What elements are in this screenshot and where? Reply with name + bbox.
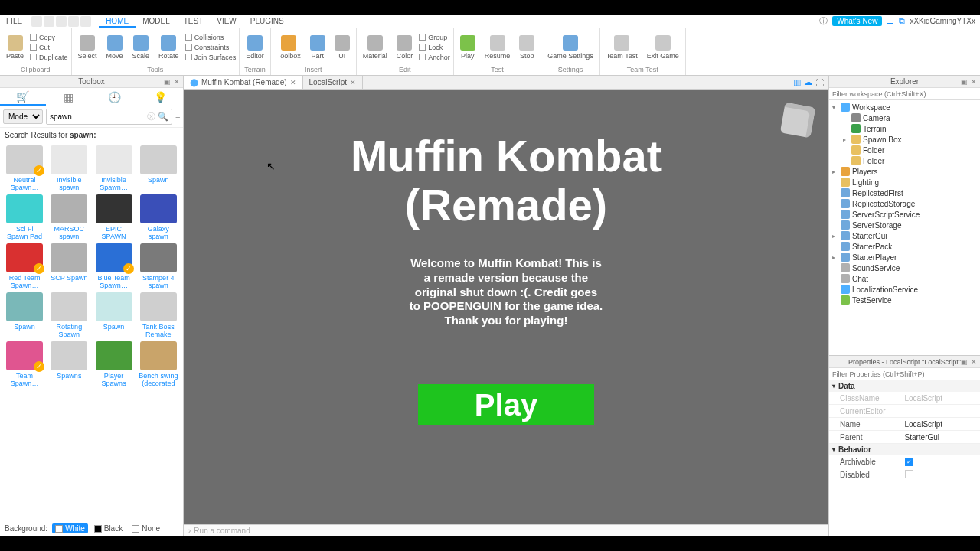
join-surfaces-option[interactable]: Join Surfaces bbox=[185, 53, 237, 62]
asset-item[interactable]: Stamper 4 spawn bbox=[137, 243, 180, 289]
asset-item[interactable]: ✓Red Team Spawn… bbox=[3, 243, 46, 289]
tree-item-starterplayer[interactable]: ▸StarterPlayer bbox=[829, 252, 980, 262]
asset-item[interactable]: Spawns bbox=[47, 341, 90, 387]
tree-item-replicatedstorage[interactable]: ReplicatedStorage bbox=[829, 198, 980, 209]
close-icon[interactable]: ✕ bbox=[290, 79, 296, 86]
close-icon[interactable]: ✕ bbox=[350, 79, 356, 86]
ribbon-tab-test[interactable]: TEST bbox=[177, 15, 211, 28]
file-menu[interactable]: FILE bbox=[0, 17, 28, 25]
tree-item-soundservice[interactable]: SoundService bbox=[829, 262, 980, 273]
explorer-filter[interactable] bbox=[829, 88, 980, 99]
paste-button[interactable]: Paste bbox=[3, 35, 27, 60]
prop-parent[interactable]: ParentStarterGui bbox=[829, 431, 980, 444]
asset-item[interactable]: Invisible Spawn… bbox=[93, 145, 136, 191]
command-bar[interactable]: › Run a command bbox=[184, 524, 828, 536]
filter-icon[interactable]: ≡ bbox=[175, 112, 180, 122]
editor-button[interactable]: Editor bbox=[243, 35, 267, 60]
tree-item-replicatedfirst[interactable]: ReplicatedFirst bbox=[829, 187, 980, 198]
prop-disabled[interactable]: Disabled bbox=[829, 468, 980, 481]
tree-item-folder[interactable]: Folder bbox=[829, 155, 980, 166]
prop-archivable[interactable]: Archivable✓ bbox=[829, 455, 980, 468]
viewport[interactable]: Muffin Kombat(Remade) Welcome to Muffin … bbox=[184, 90, 828, 524]
qat-btn[interactable] bbox=[44, 16, 54, 27]
search-input[interactable] bbox=[50, 112, 147, 121]
close-icon[interactable]: ✕ bbox=[174, 78, 181, 86]
part-button[interactable]: Part bbox=[307, 35, 328, 60]
asset-item[interactable]: EPIC SPAWN bbox=[93, 194, 136, 240]
game-settings-button[interactable]: Game Settings bbox=[544, 35, 596, 60]
move-button[interactable]: Move bbox=[103, 35, 126, 60]
properties-filter[interactable] bbox=[829, 368, 980, 380]
ribbon-tab-home[interactable]: HOME bbox=[99, 15, 136, 28]
close-icon[interactable]: ✕ bbox=[971, 78, 978, 86]
asset-item[interactable]: ✓Team Spawn… bbox=[3, 341, 46, 387]
share-icon[interactable]: ⧉ bbox=[899, 16, 905, 26]
play-button[interactable]: Play bbox=[457, 35, 479, 60]
bg-option-none[interactable]: None bbox=[129, 523, 163, 533]
anchor-option[interactable]: Anchor bbox=[419, 53, 450, 62]
asset-item[interactable]: ✓Neutral Spawn… bbox=[3, 145, 46, 191]
tree-item-workspace[interactable]: ▾Workspace bbox=[829, 102, 980, 112]
search-icon[interactable]: 🔍 bbox=[158, 112, 168, 122]
rotate-button[interactable]: Rotate bbox=[155, 35, 182, 60]
pin-icon[interactable]: ▣ bbox=[961, 78, 969, 86]
toolbox-button[interactable]: Toolbox bbox=[274, 35, 304, 60]
scale-button[interactable]: Scale bbox=[129, 35, 153, 60]
qat-btn[interactable] bbox=[31, 16, 42, 27]
collisions-option[interactable]: Collisions bbox=[185, 33, 237, 42]
clear-icon[interactable]: ⓧ bbox=[147, 111, 155, 122]
asset-item[interactable]: Player Spawns bbox=[93, 341, 136, 387]
qat-btn[interactable] bbox=[68, 16, 79, 27]
whats-new-button[interactable]: What's New bbox=[832, 16, 882, 26]
asset-item[interactable]: Spawn bbox=[93, 292, 136, 338]
asset-item[interactable]: Spawn bbox=[137, 145, 180, 191]
team-test-button[interactable]: Team Test bbox=[603, 35, 641, 60]
bg-option-black[interactable]: Black bbox=[91, 523, 126, 533]
view-icon[interactable]: ☁ bbox=[804, 77, 812, 87]
tree-item-testservice[interactable]: TestService bbox=[829, 295, 980, 305]
expand-icon[interactable]: ⛶ bbox=[815, 78, 824, 87]
tree-item-players[interactable]: ▸Players bbox=[829, 166, 980, 177]
qat-btn[interactable] bbox=[56, 16, 67, 27]
exit-game-button[interactable]: Exit Game bbox=[644, 35, 682, 60]
tab-create[interactable]: 💡 bbox=[137, 88, 183, 106]
view-icon[interactable]: ▥ bbox=[793, 77, 801, 87]
cut-option[interactable]: Cut bbox=[30, 43, 68, 52]
prop-category[interactable]: ▾Data bbox=[829, 380, 980, 392]
category-select[interactable]: Models bbox=[3, 109, 43, 124]
tree-item-terrain[interactable]: Terrain bbox=[829, 123, 980, 134]
tree-item-startergui[interactable]: ▸StarterGui bbox=[829, 230, 980, 241]
asset-item[interactable]: Invisible spawn bbox=[47, 145, 90, 191]
tree-item-camera[interactable]: Camera bbox=[829, 112, 980, 123]
close-icon[interactable]: ✕ bbox=[971, 358, 978, 366]
tree-item-localizationservice[interactable]: LocalizationService bbox=[829, 284, 980, 295]
asset-item[interactable]: ✓Blue Team Spawn… bbox=[93, 243, 136, 289]
tab-recent[interactable]: 🕘 bbox=[92, 88, 138, 106]
help-icon[interactable]: ⓘ bbox=[819, 15, 828, 27]
stop-button[interactable]: Stop bbox=[516, 35, 537, 60]
pin-icon[interactable]: ▣ bbox=[164, 78, 172, 86]
asset-item[interactable]: Bench swing (decorated bbox=[137, 341, 180, 387]
group-option[interactable]: Group bbox=[419, 33, 450, 42]
feedback-icon[interactable]: ☰ bbox=[887, 16, 894, 26]
play-button[interactable]: Play bbox=[418, 384, 594, 425]
asset-item[interactable]: SCP Spawn bbox=[47, 243, 90, 289]
tree-item-starterpack[interactable]: StarterPack bbox=[829, 241, 980, 252]
ui-button[interactable]: UI bbox=[332, 35, 353, 60]
lock-option[interactable]: Lock bbox=[419, 43, 450, 52]
prop-category[interactable]: ▾Behavior bbox=[829, 444, 980, 455]
tree-item-serverstorage[interactable]: ServerStorage bbox=[829, 220, 980, 230]
doc-tab[interactable]: ⬤Muffin Kombat (Remade)✕ bbox=[184, 76, 303, 89]
username[interactable]: xXKidGamingYTXx bbox=[910, 17, 975, 25]
asset-item[interactable]: Sci Fi Spawn Pad bbox=[3, 194, 46, 240]
asset-item[interactable]: Rotating Spawn bbox=[47, 292, 90, 338]
qat-btn[interactable] bbox=[80, 16, 91, 27]
tree-item-folder[interactable]: Folder bbox=[829, 145, 980, 155]
resume-button[interactable]: Resume bbox=[482, 35, 514, 60]
tab-inventory[interactable]: ▦ bbox=[46, 88, 92, 106]
pin-icon[interactable]: ▣ bbox=[961, 358, 969, 366]
asset-item[interactable]: Tank Boss Remake bbox=[137, 292, 180, 338]
tree-item-chat[interactable]: Chat bbox=[829, 273, 980, 284]
duplicate-option[interactable]: Duplicate bbox=[30, 53, 68, 62]
tab-marketplace[interactable]: 🛒 bbox=[0, 88, 46, 106]
